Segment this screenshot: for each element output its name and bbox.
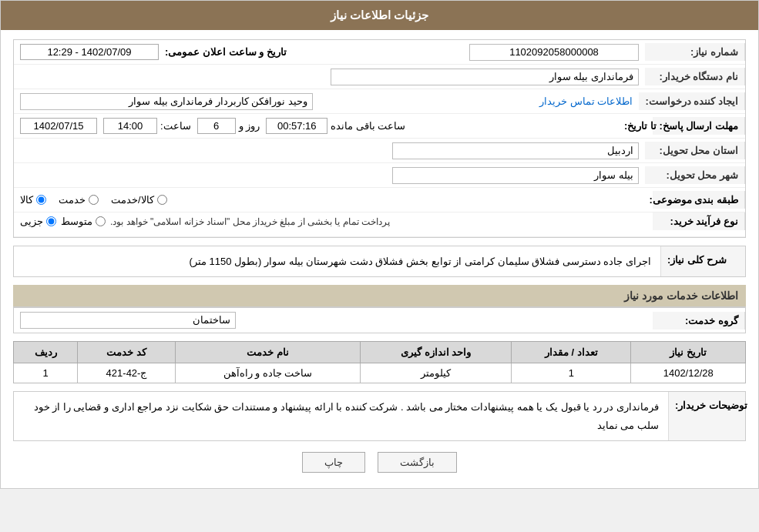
tabaqe-kala-radio[interactable] xyxy=(36,195,46,205)
page-title: جزئیات اطلاعات نیاز xyxy=(331,8,428,22)
tabaqe-kala-khedmat-radio[interactable] xyxy=(157,195,167,205)
mohlat-saat-label: ساعت: xyxy=(160,120,191,132)
shahr-field: بیله سوار xyxy=(392,167,639,184)
ostan-value: اردبیل xyxy=(14,139,645,162)
tabaqe-value: کالا/خدمت خدمت کالا xyxy=(14,191,653,209)
noow-value: پرداخت تمام یا بخشی از مبلغ خریداز محل "… xyxy=(14,212,653,230)
tabaqe-khedmat-label: خدمت xyxy=(59,194,86,206)
tabaqe-khedmat-item: خدمت xyxy=(59,194,99,206)
tawzihat-label: توضیحات خریدار: xyxy=(668,392,745,440)
shahr-label: شهر محل تحویل: xyxy=(645,166,745,184)
shmare-niaz-row: شماره نیاز: 1102092058000008 تاریخ و ساع… xyxy=(14,40,745,65)
tawzihat-text: فرمانداری در رد یا قبول یک یا همه پیشنها… xyxy=(34,401,659,430)
noow-jazzi-radio[interactable] xyxy=(46,216,56,226)
col-radif-header: ردیف xyxy=(14,342,78,363)
mohlat-rooz-label: روز و xyxy=(239,120,260,132)
noow-jazzi-label: جزیی xyxy=(20,216,43,227)
ostan-field: اردبیل xyxy=(392,142,639,159)
group-value: ساختمان xyxy=(14,309,653,332)
name-dastgah-field: فرمانداری بیله سوار xyxy=(331,69,639,85)
chap-button[interactable]: چاپ xyxy=(302,452,365,473)
mohlat-saat-item: ساعت: 14:00 xyxy=(103,118,191,134)
tabaqe-kala-khedmat-label: کالا/خدمت xyxy=(111,194,154,206)
sharh-text: اجرای جاده دسترسی فشلاق سلیمان کرامتی از… xyxy=(190,256,651,267)
mohlat-baqi-field: 00:57:16 xyxy=(266,118,327,134)
name-dastgah-value: فرمانداری بیله سوار xyxy=(14,65,645,89)
mohlat-baqi-label: ساعت باقی مانده xyxy=(331,120,405,132)
name-dastgah-row: نام دستگاه خریدار: فرمانداری بیله سوار xyxy=(14,65,745,89)
shmare-niaz-value: 1102092058000008 xyxy=(293,41,645,64)
tawzihat-section: توضیحات خریدار: فرمانداری در رد یا قبول … xyxy=(13,391,746,441)
mohlat-rooz-field: 6 xyxy=(197,118,236,134)
shahr-value: بیله سوار xyxy=(14,164,645,187)
group-field: ساختمان xyxy=(20,312,236,329)
col-name-header: نام خدمت xyxy=(175,342,360,363)
col-count-header: تعداد / مقدار xyxy=(512,342,631,363)
sharh-section: شرح کلی نیاز: اجرای جاده دسترسی فشلاق سل… xyxy=(13,246,746,277)
noow-motavaset-label: متوسط xyxy=(61,216,92,227)
etelaat-section-title: اطلاعات خدمات مورد نیاز xyxy=(13,285,746,307)
name-dastgah-label: نام دستگاه خریدار: xyxy=(645,68,745,85)
mohlat-row: مهلت ارسال پاسخ: تا تاریخ: ساعت باقی مان… xyxy=(14,114,745,139)
cell-date: 1402/12/28 xyxy=(631,363,746,383)
button-row: بازگشت چاپ xyxy=(13,452,746,473)
col-date-header: تاریخ نیاز xyxy=(631,342,746,363)
items-table: تاریخ نیاز تعداد / مقدار واحد اندازه گیر… xyxy=(13,341,746,383)
tarikhe-elaan-field: 1402/07/09 - 12:29 xyxy=(20,44,159,60)
col-kod-header: کد خدمت xyxy=(78,342,175,363)
mohlat-saat-field: 14:00 xyxy=(103,118,157,134)
tabaqe-label: طبقه بندی موضوعی: xyxy=(653,191,745,209)
tabaqe-kala-khedmat-item: کالا/خدمت xyxy=(111,194,167,206)
tabaqe-kala-label: کالا xyxy=(20,194,33,206)
cell-name: ساخت جاده و راه‌آهن xyxy=(175,363,360,383)
mohlat-value: ساعت باقی مانده 00:57:16 روز و 6 ساعت: 1… xyxy=(14,115,653,137)
tabaqe-row: طبقه بندی موضوعی: کالا/خدمت خدمت کالا xyxy=(14,188,745,212)
ijad-konande-row: ایجاد کننده درخواست: اطلاعات تماس خریدار… xyxy=(14,89,745,114)
page-header: جزئیات اطلاعات نیاز xyxy=(1,1,758,30)
ostan-label: استان محل تحویل: xyxy=(645,142,745,159)
cell-kod: ج-42-421 xyxy=(78,363,175,383)
mohlat-date-field: 1402/07/15 xyxy=(20,118,97,134)
shmare-niaz-field: 1102092058000008 xyxy=(469,44,639,61)
group-section: گروه خدمت: ساختمان xyxy=(13,307,746,333)
ijad-konande-field: وحید نورافکن کاربردار فرمانداری بیله سوا… xyxy=(20,93,313,110)
main-form: شماره نیاز: 1102092058000008 تاریخ و ساع… xyxy=(13,39,746,238)
group-row: گروه خدمت: ساختمان xyxy=(14,308,745,333)
noow-text: پرداخت تمام یا بخشی از مبلغ خریداز محل "… xyxy=(110,216,390,227)
noow-motavaset-radio[interactable] xyxy=(96,216,106,226)
cell-unit: کیلومتر xyxy=(361,363,512,383)
cell-radif: 1 xyxy=(14,363,78,383)
noow-jazzi-item: جزیی xyxy=(20,216,56,227)
bazgasht-button[interactable]: بازگشت xyxy=(378,452,457,473)
noow-motavaset-item: متوسط xyxy=(61,216,106,227)
shmare-niaz-label: شماره نیاز: xyxy=(645,43,745,61)
ijad-konande-label: ایجاد کننده درخواست: xyxy=(639,92,745,110)
table-row: 1402/12/28 1 کیلومتر ساخت جاده و راه‌آهن… xyxy=(14,363,746,383)
tawzihat-body: فرمانداری در رد یا قبول یک یا همه پیشنها… xyxy=(14,392,668,440)
group-label: گروه خدمت: xyxy=(653,312,745,330)
shahr-row: شهر محل تحویل: بیله سوار xyxy=(14,163,745,188)
contact-link[interactable]: اطلاعات تماس خریدار xyxy=(539,95,633,107)
sharh-body: اجرای جاده دسترسی فشلاق سلیمان کرامتی از… xyxy=(14,246,660,276)
sharh-label: شرح کلی نیاز: xyxy=(660,246,745,276)
mohlat-remain-item: ساعت باقی مانده 00:57:16 xyxy=(266,118,405,134)
ostan-row: استان محل تحویل: اردبیل xyxy=(14,139,745,163)
mohlat-label: مهلت ارسال پاسخ: تا تاریخ: xyxy=(653,117,745,135)
mohlat-rooz-item: روز و 6 xyxy=(197,118,260,134)
tabaqe-kala-item: کالا xyxy=(20,194,46,206)
noow-label: نوع فرآیند خرید: xyxy=(653,212,745,230)
tabaqe-khedmat-radio[interactable] xyxy=(89,195,99,205)
date-label-cell: تاریخ و ساعت اعلان عمومی: xyxy=(165,46,287,58)
ijad-konande-value: اطلاعات تماس خریدار وحید نورافکن کاربردا… xyxy=(14,90,639,113)
noow-row: نوع فرآیند خرید: پرداخت تمام یا بخشی از … xyxy=(14,212,745,237)
cell-count: 1 xyxy=(512,363,631,383)
col-unit-header: واحد اندازه گیری xyxy=(361,342,512,363)
